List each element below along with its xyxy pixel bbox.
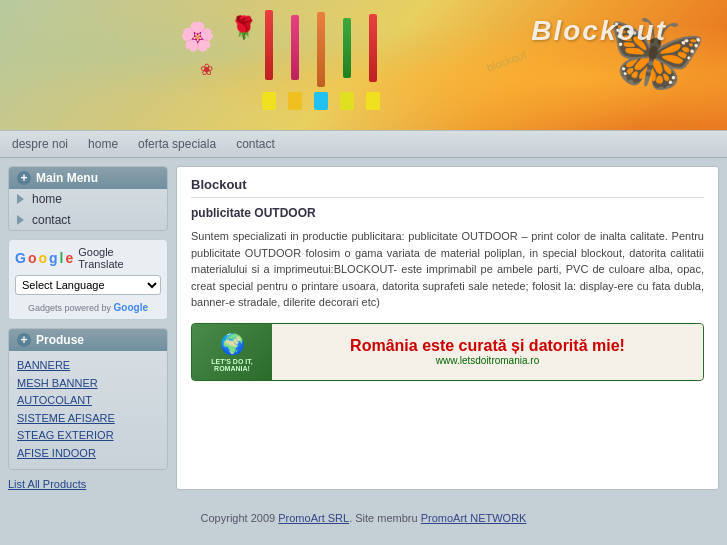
sidebar-item-home[interactable]: home xyxy=(9,189,167,210)
banner-url: www.letsdoitromania.ro xyxy=(436,355,539,366)
gadgets-powered-text: Gadgets powered by Google xyxy=(15,302,161,313)
banner-globe-icon: 🌍 xyxy=(220,332,245,356)
header-title: Blockout xyxy=(531,15,667,47)
produse-plus-icon: + xyxy=(17,333,31,347)
produse-section: + Produse BANNERE MESH BANNER AUTOCOLANT… xyxy=(8,328,168,470)
g-logo-red: o xyxy=(28,250,37,266)
nav-home[interactable]: home xyxy=(88,137,118,151)
sidebar-item-contact[interactable]: contact xyxy=(9,210,167,230)
footer-copyright: Copyright 2009 xyxy=(201,512,276,524)
flower-decoration-1: 🌸 xyxy=(180,20,215,53)
google-translate-logo: Google Google Translate xyxy=(15,246,161,270)
footer-promo-art-link[interactable]: PromoArt SRL xyxy=(278,512,349,524)
banner-text-area: România este curată și datorită mie! www… xyxy=(272,324,703,380)
nav-oferta-speciala[interactable]: oferta speciala xyxy=(138,137,216,151)
main-menu-header: + Main Menu xyxy=(9,167,167,189)
produse-label: Produse xyxy=(36,333,84,347)
sidebar-contact-label: contact xyxy=(32,213,71,227)
sidebar: + Main Menu home contact Google Google T… xyxy=(8,166,168,490)
produse-link-bannere[interactable]: BANNERE xyxy=(17,357,159,375)
main-content: + Main Menu home contact Google Google T… xyxy=(0,158,727,498)
banner-logo-text: LET'S DO IT, ROMANIA! xyxy=(211,358,252,372)
produse-link-steag[interactable]: STEAG EXTERIOR xyxy=(17,427,159,445)
google-branding: Google xyxy=(114,302,148,313)
content-title: Blockout xyxy=(191,177,704,198)
g-logo-red2: e xyxy=(65,250,73,266)
produse-links-container: BANNERE MESH BANNER AUTOCOLANT SISTEME A… xyxy=(9,351,167,469)
g-logo-green: l xyxy=(60,250,64,266)
banner-logo-area: 🌍 LET'S DO IT, ROMANIA! xyxy=(192,324,272,380)
produse-link-sisteme[interactable]: SISTEME AFISARE xyxy=(17,410,159,428)
main-menu-section: + Main Menu home contact xyxy=(8,166,168,231)
footer-site-member: Site membru xyxy=(355,512,417,524)
main-menu-label: Main Menu xyxy=(36,171,98,185)
flower-decoration-3: ❀ xyxy=(200,60,213,79)
nav-contact[interactable]: contact xyxy=(236,137,275,151)
produse-link-afise[interactable]: AFISE INDOOR xyxy=(17,445,159,463)
g-logo-yellow: o xyxy=(38,250,47,266)
language-select[interactable]: Select Language English Romanian French … xyxy=(15,275,161,295)
translate-label: Google Translate xyxy=(78,246,161,270)
home-arrow-icon xyxy=(17,194,27,204)
list-all-products-link[interactable]: List All Products xyxy=(8,478,168,490)
footer-network-link[interactable]: PromoArt NETWORK xyxy=(421,512,527,524)
g-logo-blue2: g xyxy=(49,250,58,266)
tools-decoration xyxy=(265,10,377,110)
promo-banner[interactable]: 🌍 LET'S DO IT, ROMANIA! România este cur… xyxy=(191,323,704,381)
footer: Copyright 2009 PromoArt SRL. Site membru… xyxy=(0,502,727,534)
flower-decoration-2: 🌹 xyxy=(230,15,257,41)
sidebar-home-label: home xyxy=(32,192,62,206)
navigation-bar: despre noi home oferta speciala contact xyxy=(0,130,727,158)
header-banner: 🌸 🌹 ❀ 🦋 blockout Blockout xyxy=(0,0,727,130)
content-subtitle: publicitate OUTDOOR xyxy=(191,206,704,220)
contact-arrow-icon xyxy=(17,215,27,225)
produse-link-mesh[interactable]: MESH BANNER xyxy=(17,375,159,393)
main-menu-plus-icon: + xyxy=(17,171,31,185)
produse-link-autocolant[interactable]: AUTOCOLANT xyxy=(17,392,159,410)
g-logo-blue: G xyxy=(15,250,26,266)
banner-main-text: România este curată și datorită mie! xyxy=(350,337,625,355)
nav-despre-noi[interactable]: despre noi xyxy=(12,137,68,151)
google-translate-widget: Google Google Translate Select Language … xyxy=(8,239,168,320)
content-area: Blockout publicitate OUTDOOR Suntem spec… xyxy=(176,166,719,490)
content-body: Suntem specializati in productie publici… xyxy=(191,228,704,311)
produse-header: + Produse xyxy=(9,329,167,351)
